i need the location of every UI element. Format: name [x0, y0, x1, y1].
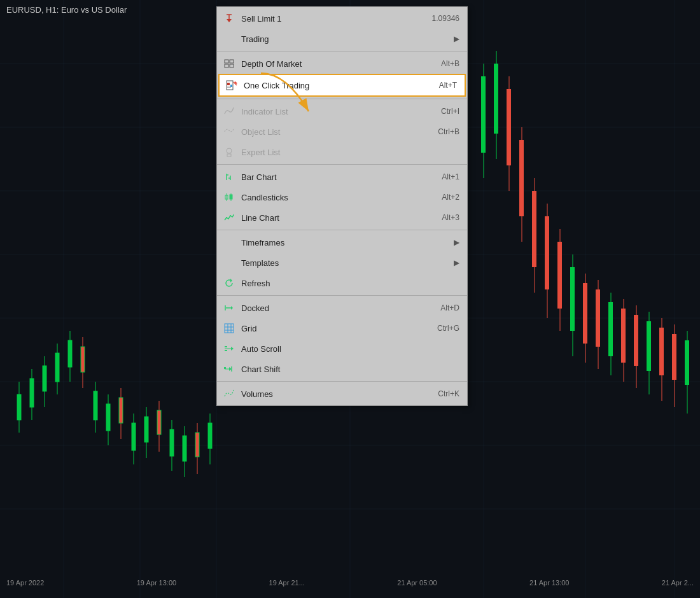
svg-rect-57: [532, 191, 536, 267]
svg-rect-59: [545, 216, 549, 289]
candlesticks-shortcut: Alt+2: [442, 193, 459, 202]
menu-item-docked[interactable]: Docked Alt+D: [217, 298, 467, 318]
svg-rect-21: [43, 366, 46, 391]
svg-rect-86: [230, 60, 234, 63]
svg-rect-73: [634, 315, 638, 366]
menu-item-one-click-trading[interactable]: One Click Trading Alt+T: [218, 74, 466, 97]
candlesticks-icon: [222, 190, 236, 204]
docked-icon: [222, 301, 236, 315]
svg-rect-45: [195, 433, 199, 457]
chart-shift-label: Chart Shift: [241, 365, 459, 374]
menu-item-dom[interactable]: Depth Of Market Alt+B: [217, 53, 467, 74]
svg-rect-63: [570, 267, 575, 331]
menu-item-chart-shift[interactable]: Chart Shift: [217, 359, 467, 379]
dom-icon: [222, 57, 236, 71]
date-label-6: 21 Apr 2...: [662, 579, 694, 587]
menu-item-timeframes[interactable]: Timeframes ▶: [217, 232, 467, 253]
svg-rect-118: [225, 346, 227, 347]
one-click-shortcut: Alt+T: [439, 81, 457, 90]
timeframes-label: Timeframes: [241, 238, 447, 247]
svg-rect-75: [647, 321, 651, 371]
grid-label: Grid: [241, 324, 424, 333]
menu-item-refresh[interactable]: Refresh: [217, 273, 467, 293]
menu-item-sell-limit[interactable]: Sell Limit 1 1.09346: [217, 8, 467, 29]
menu-item-candlesticks[interactable]: Candlesticks Alt+2: [217, 187, 467, 207]
svg-marker-117: [231, 347, 234, 351]
bar-chart-icon: [222, 170, 236, 184]
templates-arrow: ▶: [454, 258, 459, 267]
svg-rect-91: [230, 85, 232, 87]
indicator-list-label: Indicator List: [241, 107, 428, 116]
expert-list-label: Expert List: [241, 148, 459, 157]
svg-rect-27: [81, 347, 85, 372]
object-icon: [222, 125, 236, 139]
svg-point-105: [226, 217, 227, 218]
menu-item-object-list[interactable]: Object List Ctrl+B: [217, 122, 467, 142]
trading-arrow: ▶: [454, 34, 459, 43]
menu-item-grid[interactable]: Grid Ctrl+G: [217, 318, 467, 338]
sell-limit-price: 1.09346: [432, 14, 459, 23]
menu-item-expert-list[interactable]: Expert List: [217, 142, 467, 162]
object-shortcut: Ctrl+B: [438, 127, 459, 136]
svg-rect-104: [230, 195, 232, 199]
svg-rect-51: [494, 64, 498, 134]
grid-icon: [222, 321, 236, 335]
trading-label: Trading: [241, 34, 447, 44]
svg-rect-111: [225, 324, 234, 333]
svg-point-95: [227, 148, 232, 153]
svg-rect-81: [685, 340, 689, 385]
svg-rect-85: [225, 60, 228, 63]
svg-rect-29: [94, 391, 97, 420]
one-click-icon: [225, 78, 239, 92]
date-label-2: 19 Apr 13:00: [137, 579, 176, 587]
grid-shortcut: Ctrl+G: [437, 324, 459, 333]
menu-item-volumes[interactable]: Volumes Ctrl+K: [217, 384, 467, 404]
timeframes-icon: [222, 235, 236, 249]
svg-rect-35: [132, 423, 136, 450]
menu-item-templates[interactable]: Templates ▶: [217, 253, 467, 273]
sell-limit-icon: [222, 11, 236, 25]
svg-rect-90: [227, 83, 230, 85]
svg-rect-23: [55, 353, 59, 382]
dom-label: Depth Of Market: [241, 59, 428, 69]
templates-label: Templates: [241, 258, 447, 268]
context-menu: Sell Limit 1 1.09346 Trading ▶ Depth Of …: [216, 6, 468, 406]
menu-item-auto-scroll[interactable]: Auto Scroll: [217, 338, 467, 359]
svg-rect-88: [230, 64, 234, 67]
menu-item-line-chart[interactable]: Line Chart Alt+3: [217, 207, 467, 228]
menu-item-bar-chart[interactable]: Bar Chart Alt+1: [217, 167, 467, 187]
svg-rect-77: [659, 328, 664, 375]
separator-2: [217, 99, 467, 99]
menu-item-trading[interactable]: Trading ▶: [217, 29, 467, 49]
svg-rect-65: [583, 283, 587, 344]
line-chart-icon: [222, 211, 236, 225]
chartshift-icon: [222, 362, 236, 376]
svg-rect-33: [119, 398, 123, 423]
svg-marker-109: [231, 306, 233, 310]
svg-rect-31: [106, 404, 110, 431]
autoscroll-icon: [222, 342, 236, 356]
sell-limit-label: Sell Limit 1: [241, 14, 419, 24]
separator-5: [217, 295, 467, 296]
date-label-5: 21 Apr 13:00: [529, 579, 569, 587]
svg-marker-107: [230, 279, 232, 282]
volumes-label: Volumes: [241, 389, 425, 399]
separator-6: [217, 381, 467, 382]
svg-rect-19: [30, 379, 34, 407]
menu-item-indicator-list[interactable]: Indicator List Ctrl+I: [217, 101, 467, 122]
refresh-label: Refresh: [241, 279, 459, 288]
svg-rect-123: [224, 367, 226, 369]
timeframes-arrow: ▶: [454, 238, 459, 247]
one-click-trading-label: One Click Trading: [244, 81, 426, 90]
separator-1: [217, 51, 467, 52]
svg-rect-53: [507, 89, 511, 165]
refresh-icon: [222, 276, 236, 290]
svg-rect-43: [183, 436, 186, 461]
svg-rect-96: [227, 154, 231, 156]
chart-title: EURUSD, H1: Euro vs US Dollar: [6, 5, 127, 15]
svg-rect-61: [557, 242, 562, 309]
bar-chart-shortcut: Alt+1: [442, 172, 459, 181]
svg-rect-17: [17, 394, 21, 420]
bar-chart-label: Bar Chart: [241, 172, 429, 182]
date-labels: 19 Apr 2022 19 Apr 13:00 19 Apr 21... 21…: [0, 579, 700, 587]
